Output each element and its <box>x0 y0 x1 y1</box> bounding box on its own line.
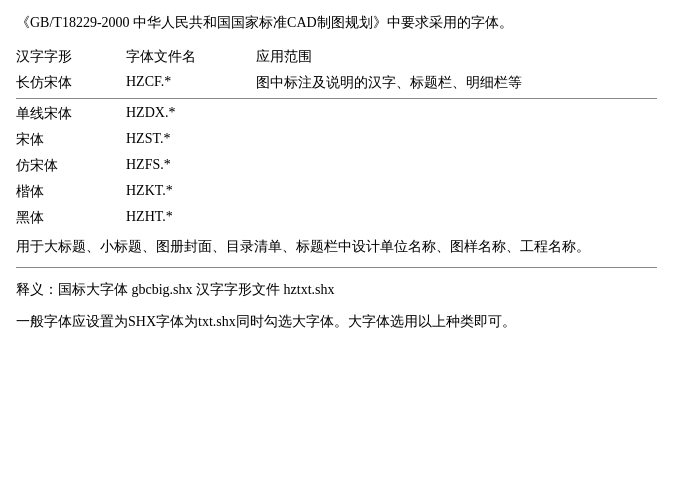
row-usage: 图中标注及说明的汉字、标题栏、明细栏等 <box>256 74 657 92</box>
table-row: 单线宋体HZDX.* <box>16 105 657 127</box>
usage-note: 用于大标题、小标题、图册封面、目录清单、标题栏中设计单位名称、图样名称、工程名称… <box>16 235 657 259</box>
table-row: 黑体HZHT.* <box>16 209 657 231</box>
general-note: 一般字体应设置为SHX字体为txt.shx同时勾选大字体。大字体选用以上种类即可… <box>16 310 657 334</box>
row-name: 宋体 <box>16 131 126 149</box>
table-row: 楷体HZKT.* <box>16 183 657 205</box>
header-col3: 应用范围 <box>256 48 657 66</box>
row-file: HZHT.* <box>126 209 256 225</box>
row-name: 单线宋体 <box>16 105 126 123</box>
row-file: HZKT.* <box>126 183 256 199</box>
row-name: 楷体 <box>16 183 126 201</box>
table-row: 仿宋体HZFS.* <box>16 157 657 179</box>
header-col2: 字体文件名 <box>126 48 256 66</box>
row-name: 黑体 <box>16 209 126 227</box>
row-file: HZDX.* <box>126 105 256 121</box>
row-file: HZFS.* <box>126 157 256 173</box>
intro-text: 《GB/T18229-2000 中华人民共和国国家标准CAD制图规划》中要求采用… <box>16 12 657 34</box>
row-name: 仿宋体 <box>16 157 126 175</box>
table-row: 宋体HZST.* <box>16 131 657 153</box>
row-name: 长仿宋体 <box>16 74 126 92</box>
table-row: 长仿宋体HZCF.*图中标注及说明的汉字、标题栏、明细栏等 <box>16 74 657 99</box>
divider-line-2 <box>16 267 657 268</box>
row-file: HZCF.* <box>126 74 256 90</box>
header-col1: 汉字字形 <box>16 48 126 66</box>
glossary-text: 释义：国标大字体 gbcbig.shx 汉字字形文件 hztxt.shx <box>16 278 657 302</box>
table-header: 汉字字形 字体文件名 应用范围 <box>16 48 657 66</box>
row-file: HZST.* <box>126 131 256 147</box>
table-body: 长仿宋体HZCF.*图中标注及说明的汉字、标题栏、明细栏等单线宋体HZDX.*宋… <box>16 74 657 231</box>
